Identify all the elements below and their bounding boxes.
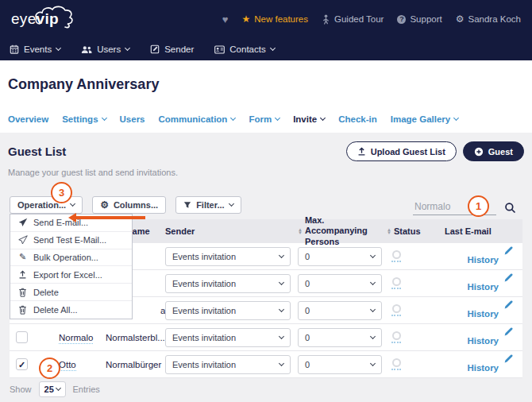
status-icon[interactable] xyxy=(391,304,401,316)
chevron-down-icon xyxy=(279,306,284,311)
edit-pencil-icon[interactable] xyxy=(503,354,514,364)
chevron-down-icon xyxy=(279,252,284,257)
header-status[interactable]: ▲▼ Status xyxy=(387,226,434,236)
history-link[interactable]: History xyxy=(467,275,499,292)
guest-first-name[interactable]: Normalo xyxy=(59,333,93,344)
guest-list-subtitle: Manage your guest list and send invitati… xyxy=(0,161,532,177)
history-link[interactable]: History xyxy=(467,356,499,373)
operation-button[interactable]: Operation... xyxy=(10,196,83,214)
chevron-down-icon xyxy=(230,115,236,121)
entries-per-page-select[interactable]: 25 xyxy=(39,381,66,397)
menu-bulk-operation[interactable]: ✎ Bulk Operation... xyxy=(10,249,132,267)
chevron-down-icon xyxy=(370,252,376,257)
header-last-email: Last E-mail xyxy=(434,226,499,236)
menu-send-test-email[interactable]: Send Test E-Mail... xyxy=(10,232,132,249)
favorites-heart-icon[interactable]: ♥ xyxy=(222,14,229,25)
chevron-down-icon xyxy=(56,45,61,51)
tab-overview[interactable]: Overview xyxy=(8,114,48,124)
header-sender: Sender xyxy=(165,226,298,236)
tab-settings[interactable]: Settings xyxy=(62,114,106,124)
guest-last-name[interactable]: Normalbürger xyxy=(106,360,161,369)
guest-list-heading: Guest List xyxy=(8,145,66,158)
sender-select[interactable]: Events invitation xyxy=(165,328,291,347)
gear-icon: ⚙ xyxy=(456,14,465,25)
nav-users[interactable]: Users xyxy=(81,44,129,54)
nav-sender[interactable]: Sender xyxy=(150,44,194,54)
menu-export-excel[interactable]: Export for Excel... xyxy=(10,266,132,284)
new-features-link[interactable]: ★ New features xyxy=(241,14,308,25)
guest-first-name[interactable]: Otto xyxy=(59,360,76,371)
add-guest-button[interactable]: Guest xyxy=(463,141,524,161)
filter-button[interactable]: Filter... xyxy=(175,196,241,214)
filter-icon xyxy=(183,201,191,209)
max-persons-select[interactable]: 0 xyxy=(298,328,382,347)
edit-pencil-icon[interactable] xyxy=(503,245,514,256)
edit-pencil-icon[interactable] xyxy=(503,300,514,310)
nav-contacts[interactable]: Contacts xyxy=(214,44,274,54)
menu-delete-all[interactable]: Delete All... xyxy=(10,301,132,319)
user-menu[interactable]: ⚙ Sandra Koch xyxy=(456,14,521,25)
chevron-down-icon xyxy=(279,360,284,365)
chevron-down-icon xyxy=(370,306,376,311)
status-icon[interactable] xyxy=(391,331,401,343)
top-bar: eye vip ♥ ★ New features Guided Tour ? S xyxy=(0,0,532,38)
search-icon[interactable] xyxy=(504,202,516,214)
chevron-down-icon xyxy=(101,115,106,121)
tab-check-in[interactable]: Check-in xyxy=(338,114,377,124)
guest-last-name[interactable]: Normalsterbl... xyxy=(106,333,165,342)
sort-icon[interactable]: ▲▼ xyxy=(298,228,303,235)
row-checkbox[interactable] xyxy=(16,331,28,343)
sender-select[interactable]: Events invitation xyxy=(165,301,291,320)
status-icon[interactable] xyxy=(391,250,401,262)
guest-list-section: Guest List Upload Guest List Guest Man xyxy=(0,133,532,402)
sender-select[interactable]: Events invitation xyxy=(165,274,291,293)
page-title: Company Anniversary xyxy=(8,76,524,93)
gear-icon: ⚙ xyxy=(100,199,109,211)
annotation-arrow xyxy=(76,216,145,219)
star-icon: ★ xyxy=(241,14,250,25)
contact-card-icon xyxy=(214,45,225,54)
new-features-label: New features xyxy=(254,14,308,24)
upload-guest-list-button[interactable]: Upload Guest List xyxy=(346,141,457,161)
history-link[interactable]: History xyxy=(467,329,499,346)
show-label: Show xyxy=(10,385,32,394)
annotation-step-1: 1 xyxy=(468,195,489,217)
status-icon[interactable] xyxy=(391,358,401,370)
tab-image-gallery[interactable]: Image Gallery xyxy=(391,114,458,124)
export-icon xyxy=(17,270,28,279)
menu-delete[interactable]: Delete xyxy=(10,284,132,301)
tab-form[interactable]: Form xyxy=(249,114,279,124)
nav-events-label: Events xyxy=(24,44,52,54)
operation-dropdown-menu: Send E-mail... Send Test E-Mail... ✎ Bul… xyxy=(10,214,133,319)
chevron-down-icon xyxy=(270,45,276,51)
question-icon: ? xyxy=(397,15,406,24)
chevron-down-icon xyxy=(275,115,280,121)
status-icon[interactable] xyxy=(391,277,401,289)
sender-select[interactable]: Events invitation xyxy=(165,247,291,266)
tab-communication[interactable]: Communication xyxy=(159,114,236,124)
nav-events[interactable]: Events xyxy=(10,44,60,54)
tab-invite[interactable]: Invite xyxy=(293,114,325,124)
support-link[interactable]: ? Support xyxy=(397,14,441,24)
tab-users[interactable]: Users xyxy=(120,114,145,124)
sender-select[interactable]: Events invitation xyxy=(165,355,291,374)
users-icon xyxy=(81,45,92,54)
max-persons-select[interactable]: 0 xyxy=(298,301,382,320)
header-max-accompanying[interactable]: ▲▼ Max. Accompanying Persons xyxy=(298,215,387,247)
chevron-down-icon xyxy=(370,360,376,365)
guided-tour-link[interactable]: Guided Tour xyxy=(322,14,384,25)
main-nav: Events Users Sender xyxy=(0,38,532,60)
history-link[interactable]: History xyxy=(467,248,499,265)
sort-icon[interactable]: ▲▼ xyxy=(387,228,391,235)
edit-pencil-icon[interactable] xyxy=(503,327,514,337)
eyevip-logo[interactable]: eye vip xyxy=(11,10,59,28)
max-persons-select[interactable]: 0 xyxy=(298,274,382,293)
row-checkbox-checked[interactable] xyxy=(16,358,28,370)
history-link[interactable]: History xyxy=(467,302,499,319)
max-persons-select[interactable]: 0 xyxy=(298,247,382,266)
nav-sender-label: Sender xyxy=(164,44,194,54)
columns-button[interactable]: ⚙ Columns... xyxy=(92,196,166,214)
edit-pencil-icon[interactable] xyxy=(503,273,514,283)
max-persons-select[interactable]: 0 xyxy=(298,355,382,374)
guided-tour-label: Guided Tour xyxy=(334,14,384,24)
